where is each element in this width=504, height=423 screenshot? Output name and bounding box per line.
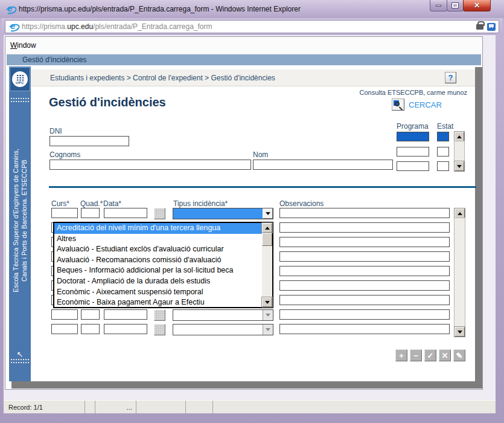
observacions-field[interactable]	[279, 280, 450, 291]
close-button[interactable]: ✕	[463, 0, 491, 11]
curs-field[interactable]	[51, 324, 78, 334]
incident-row	[31, 309, 476, 321]
remove-record-button[interactable]: −	[410, 349, 422, 361]
quad-label: Quad.*	[80, 199, 103, 208]
sidebar-separator-bottom	[11, 359, 29, 363]
close-icon: ✕	[474, 2, 480, 9]
tipus-combobox[interactable]	[173, 324, 273, 335]
org-line-2: Canals i Ports de Barcelona. ETSECCPB	[20, 91, 28, 350]
combo-arrow-button[interactable]	[263, 310, 273, 320]
status-segment	[186, 401, 213, 413]
menu-item-window[interactable]: Window	[10, 41, 36, 50]
back-arrow-icon[interactable]: ↖	[9, 350, 31, 359]
help-button[interactable]: ?	[445, 72, 456, 83]
observacions-field[interactable]	[279, 222, 450, 233]
observacions-field[interactable]	[279, 251, 450, 262]
list-option[interactable]: Beques - Informació addicional per la so…	[54, 265, 262, 276]
tipus-combobox[interactable]	[173, 208, 273, 219]
dni-label: DNI	[49, 127, 62, 135]
list-scrollbar-thumb[interactable]	[262, 233, 272, 246]
programa-scrollbar-track[interactable]	[455, 141, 464, 161]
observacions-field[interactable]	[279, 208, 450, 218]
programa-cell[interactable]	[397, 161, 429, 171]
window-title: https://prisma.upc.edu/pls/entrada/P_Ent…	[19, 5, 301, 13]
upc-dots-icon	[16, 74, 24, 81]
curs-field[interactable]	[51, 208, 78, 218]
data-field[interactable]	[104, 309, 147, 320]
list-scroll-up-button[interactable]	[262, 223, 272, 233]
form-area: Estudiants i expedients > Control de l'e…	[31, 65, 475, 389]
estat-cell[interactable]	[437, 161, 449, 171]
list-option[interactable]: Altres	[54, 234, 262, 245]
tipus-combobox[interactable]	[173, 309, 273, 321]
upc-logo-circle: UPC	[12, 71, 28, 87]
address-bar: e https://prisma.upc.edu/pls/entrada/P_E…	[2, 18, 502, 35]
combobox-value[interactable]	[173, 325, 263, 335]
programa-cell[interactable]	[397, 147, 429, 157]
user-info: Consulta ETSECCPB, carme munoz	[359, 89, 467, 96]
cercar-label: CERCAR	[409, 100, 442, 109]
list-option[interactable]: Econòmic - Baixa pagament Agaur a Efecti…	[54, 297, 262, 307]
chevron-down-icon	[266, 328, 270, 331]
lock-icon	[476, 24, 483, 30]
calendar-button[interactable]	[154, 324, 165, 335]
compatibility-view-icon[interactable]	[487, 23, 496, 31]
dni-field[interactable]	[49, 136, 129, 146]
status-segment	[136, 401, 186, 413]
observacions-field[interactable]	[279, 324, 450, 334]
observacions-field[interactable]	[279, 266, 450, 276]
edit-button[interactable]: ✎	[453, 349, 465, 361]
observacions-field[interactable]	[279, 295, 450, 305]
page-title: Gestió d'incidències	[49, 95, 166, 109]
combo-arrow-button[interactable]	[263, 325, 273, 335]
add-record-button[interactable]: +	[395, 349, 407, 361]
quad-field[interactable]	[81, 309, 100, 320]
curs-field[interactable]	[51, 309, 78, 320]
estat-label: Estat	[437, 122, 453, 131]
list-scroll-down-button[interactable]	[262, 297, 272, 307]
programa-cell[interactable]	[397, 132, 429, 141]
window-controls: ✕	[430, 0, 491, 11]
rows-scroll-up-button[interactable]	[455, 208, 465, 218]
combo-arrow-button[interactable]	[263, 208, 273, 219]
address-input[interactable]: e https://prisma.upc.edu/pls/entrada/P_E…	[5, 20, 499, 33]
cancel-button[interactable]: ✕	[439, 349, 451, 361]
calendar-button[interactable]	[154, 309, 165, 321]
estat-cell[interactable]	[437, 147, 449, 157]
status-segment	[213, 401, 496, 413]
list-option[interactable]: Avaluació - Estudiant exclòs d'avaluació…	[54, 244, 262, 255]
list-option[interactable]: Avaluació - Recomanacions comissió d'ava…	[54, 255, 262, 266]
record-indicator: Record: 1/1	[4, 401, 85, 413]
data-field[interactable]	[104, 208, 147, 218]
school-sidebar: UPC Escola Tècnica Superior d'Enginyers …	[9, 66, 31, 381]
calendar-button[interactable]	[154, 208, 165, 219]
estat-cell[interactable]	[437, 132, 449, 141]
nom-field[interactable]	[253, 160, 393, 170]
list-option[interactable]: Acreditació del nivell mínim d'una terce…	[54, 223, 262, 234]
minimize-button[interactable]	[430, 0, 447, 11]
programa-scroll-down-button[interactable]	[455, 161, 464, 171]
list-scrollbar	[262, 223, 272, 307]
quad-field[interactable]	[81, 324, 100, 334]
search-icon	[392, 98, 404, 111]
cercar-button[interactable]: CERCAR	[392, 98, 442, 111]
cognoms-field[interactable]	[49, 160, 251, 170]
rows-scrollbar-track[interactable]	[455, 218, 465, 327]
list-option[interactable]: Econòmic - Aixecament suspensió temporal	[54, 287, 262, 298]
list-option[interactable]: Doctorat - Ampliació de la durada dels e…	[54, 276, 262, 287]
breadcrumb-bar: Estudiants i expedients > Control de l'e…	[31, 69, 475, 86]
observacions-field[interactable]	[279, 309, 450, 320]
combobox-value[interactable]	[173, 310, 263, 320]
address-url: https://prisma.upc.edu/pls/entrada/P_Ent…	[22, 22, 474, 31]
rows-scroll-down-button[interactable]	[455, 327, 465, 337]
programa-scroll-up-button[interactable]	[455, 132, 464, 141]
commit-button[interactable]: ✓	[424, 349, 436, 361]
menu-bar: Window	[5, 37, 482, 54]
observacions-field[interactable]	[279, 237, 450, 247]
maximize-button[interactable]	[447, 0, 464, 11]
data-field[interactable]	[104, 324, 147, 334]
programa-label: Programa	[397, 122, 429, 131]
combobox-value[interactable]	[173, 208, 263, 219]
quad-field[interactable]	[81, 208, 100, 218]
status-segment	[85, 401, 95, 413]
